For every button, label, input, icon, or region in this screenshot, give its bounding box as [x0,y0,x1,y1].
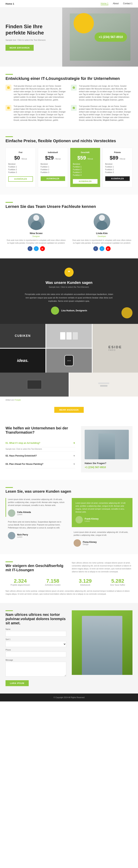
youtube-icon-2[interactable]: ▶ [106,246,110,251]
portfolio-logo-eside-sub: PARIS [108,349,122,351]
testimonial-author: Lisa Hudson, Designerin [5,307,133,315]
portfolio-item-laptop[interactable] [0,373,68,397]
nav-link-about[interactable]: About [113,2,119,5]
youtube-icon[interactable]: ▶ [40,246,45,251]
plan-btn-individual[interactable]: AUSWÄHLEN [41,176,65,181]
customer-text-3: Proin libero ante est viverra facibus. S… [8,521,66,529]
form-label-phone: Phone [5,649,66,651]
faq-item-3[interactable]: 03. Plan Ahead For House Painting? ▼ [5,460,76,468]
plan-feature: Funktion 3 [73,171,97,174]
customers-right: Lorem ipsum dolor sit amet, consectetur … [72,498,133,547]
portfolio-section: CUBIKEN ESIDE PARIS ideas. 10:10 [0,324,138,419]
hero-title: Finden Sie Ihre perfekte Nische [5,24,63,36]
portfolio-grid: CUBIKEN ESIDE PARIS ideas. 10:10 [0,324,138,373]
stats-title: Wir steigern den Geschäftserfolg mit IT-… [5,564,66,572]
facebook-icon-2[interactable]: f [93,246,98,251]
plan-btn-free[interactable]: AUSWÄHLEN [8,176,33,182]
plan-feature: Funktion 1 [8,165,33,168]
plan-price-premium: $89 [110,155,118,161]
message-textarea[interactable] [5,662,66,677]
plan-feature: Funktion 2 [8,168,33,171]
form-group-phone: Phone [5,649,66,657]
portfolio-item-ideas[interactable]: ideas. [0,349,45,373]
sort-select[interactable] [5,641,66,647]
form-group-message: Message [5,659,66,677]
team-card-linda: Linda Kim Developer Duis aute irure dolo… [71,213,133,251]
pricing-card-business: Geschäft $59 / Monat Benützer Funktion 1… [70,148,100,187]
nav-links: Home 1 About Contact 1 [101,2,133,5]
stats-grid: 2.324 Projekte abgeschlossen 7.158 Zufri… [5,578,133,586]
contact-title: Nam ultrices ultrices nec tortor pulvina… [5,613,66,625]
team-section: Lernen Sie das Team Unsere Fachleute ken… [0,194,138,258]
plan-features-individual: Benützer Funktion 1 Funktion 2 Funktion … [41,163,65,174]
plan-feature: Funktion 1 [105,165,130,168]
it-solutions-section: Entwicklung einer IT-Lösungsstrategie fü… [0,67,138,129]
portfolio-logo-eside: ESIDE [108,345,122,349]
team-avatar-linda [94,213,110,230]
portfolio-item-watch[interactable]: 10:10 [46,349,92,373]
name-input[interactable] [5,631,66,637]
portfolio-caption-link[interactable]: Freepik [14,399,20,401]
faq-item-1[interactable]: 01. What if I stop an Ad building? ▼ [5,439,76,447]
team-role-linda: Developer [71,235,133,237]
portfolio-logo-cubiken: CUBIKEN [15,334,31,338]
hero-phone: +1 (234) 567-8910 [99,35,123,38]
plan-btn-business[interactable]: AUSWÄHLEN [73,179,97,184]
plan-features-business: Benützer Funktion 1 Funktion 2 Funktion … [73,163,97,177]
plan-name-business: Geschäft [73,151,97,153]
twitter-icon[interactable]: t [34,246,39,251]
twitter-icon-2[interactable]: t [99,246,104,251]
testimonial-section: ❝ Was unsere Kunden sagen Sample text. C… [0,258,138,324]
pricing-section: Einfache Preise, flexible Optionen und n… [0,129,138,194]
portfolio-item-business[interactable] [70,373,138,397]
faq-section: Wie helfen wir Unternehmen bei der Trans… [0,419,138,480]
plan-period-individual: / Monat [54,158,60,160]
nav-link-home[interactable]: Home 1 [101,2,108,5]
plan-feature: Benützer [73,163,97,165]
portfolio-row2 [0,373,138,397]
pricing-card-individual: Individuell $29 / Monat Benützer Funktio… [38,148,68,187]
form-label-message: Message [5,659,66,661]
contact-divider [5,610,13,611]
team-desc-linda: Duis aute irure dolor in reprehenderit i… [71,239,133,244]
plan-feature: Funktion 2 [105,168,130,171]
portfolio-item-eside[interactable]: ESIDE PARIS [93,324,138,373]
plan-btn-premium[interactable]: AUSWÄHLEN [105,176,130,181]
customer-avatar-4 [74,539,81,547]
faq-title: Wie helfen wir Unternehmen bei der Trans… [5,426,76,435]
contact-section: Nam ultrices ultrices nec tortor pulvina… [0,603,138,693]
form-submit-button[interactable]: LARA IPSUM [5,680,29,686]
hero-cta-button[interactable]: MEHR ERFAHREN [5,45,34,51]
facebook-icon[interactable]: f [28,246,32,251]
plan-feature: Funktion 2 [41,168,65,171]
form-group-name: Name [5,628,66,637]
portfolio-item-cards[interactable] [46,324,92,348]
team-title: Lernen Sie das Team Unsere Fachleute ken… [5,204,133,209]
faq-sidebar-question: Haben Sie Fragen? [85,462,129,465]
plan-name-free: Frei [8,151,33,153]
plan-features-premium: Benützer Funktion 1 Funktion 2 Funktion … [105,163,130,174]
faq-sidebar-image [85,430,129,459]
stat-item-clients: 7.158 Zufriedene Kunden [38,578,68,586]
customer-avatar-2 [76,516,83,523]
portfolio-item-cubiken[interactable]: CUBIKEN [0,324,45,348]
faq-item-2[interactable]: 02. Haus Penning Entwickelt? ▼ [5,452,76,460]
testimonial-title: Was unsere Kunden sagen [5,281,133,285]
feature-item-3: Troli ipsumler Ehenium und Junge, der ei… [5,105,67,122]
testimonial-author-name: Lisa Hudson, Designerin [61,309,87,312]
customers-section: Lesen Sie, was unsere Kunden sagen Lorem… [0,480,138,554]
customer-review-4: Lorem ipsum dolor sit amet, consectetur … [72,531,133,547]
customer-author-4: Fiona Kinney Design [74,539,133,547]
stat-label-clients: Zufriedene Kunden [38,584,68,586]
faq-questions: Wie helfen wir Unternehmen bei der Trans… [5,426,76,472]
feature-icon-3 [5,105,11,111]
portfolio-more-button[interactable]: MEHR ANZEIGEN [54,407,84,413]
phone-input[interactable] [5,652,66,657]
portfolio-logo-ideas: ideas. [17,358,28,363]
nav-link-contact[interactable]: Contact 1 [123,2,133,5]
section-divider [5,74,13,75]
plan-feature: Funktion 3 [41,171,65,174]
plan-feature: Funktion 3 [8,171,33,174]
pricing-card-free: Frei $0 / Monat Benützer Funktion 1 Funk… [5,148,36,187]
plan-period-free: / Monat [21,158,27,160]
